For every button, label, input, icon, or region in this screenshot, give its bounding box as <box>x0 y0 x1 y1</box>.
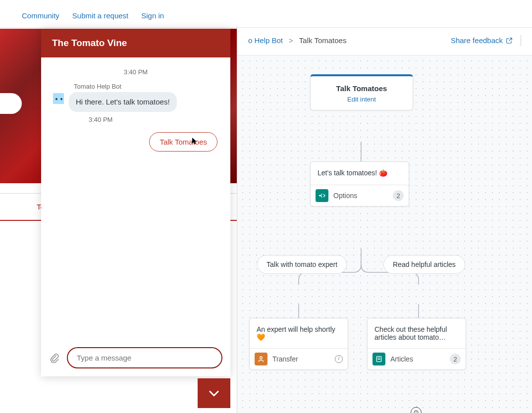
chat-sender-label: Tomato Help Bot <box>74 83 219 90</box>
info-icon[interactable] <box>335 355 343 363</box>
articles-count-badge: 2 <box>450 354 461 364</box>
chat-footer <box>41 341 230 376</box>
quick-reply-row: Talk Tomatoes <box>52 132 219 152</box>
breadcrumb-parent[interactable]: o Help Bot <box>248 36 283 45</box>
root-node[interactable]: Talk Tomatoes Edit intent <box>310 74 413 110</box>
end-node-icon[interactable] <box>411 407 422 413</box>
toolbar-divider <box>521 35 521 46</box>
option-pill-expert[interactable]: Talk with tomato expert <box>257 255 347 274</box>
transfer-node[interactable]: An expert will help shortly 🧡 Transfer <box>249 318 348 370</box>
top-nav: Community Submit a request Sign in <box>0 4 532 28</box>
transfer-icon <box>255 353 267 365</box>
articles-node-footer: Articles 2 <box>368 348 466 369</box>
hero-search-pill <box>0 93 22 114</box>
builder-actions: Share feedback <box>451 35 521 46</box>
articles-node[interactable]: Check out these helpful articles about t… <box>367 318 466 370</box>
edit-intent-link[interactable]: Edit intent <box>317 96 407 103</box>
root-node-title: Talk Tomatoes <box>317 84 407 93</box>
chat-message-row: Hi there. Let's talk tomatoes! <box>52 92 219 112</box>
breadcrumb: o Help Bot > Talk Tomatoes <box>248 36 346 45</box>
chat-header-title: The Tomato Vine <box>41 29 230 57</box>
quick-reply-button[interactable]: Talk Tomatoes <box>149 132 217 152</box>
chat-timestamp-small: 3:40 PM <box>89 116 219 123</box>
transfer-node-body: An expert will help shortly 🧡 <box>250 318 348 348</box>
attach-icon[interactable] <box>49 353 60 363</box>
options-icon <box>316 189 328 202</box>
transfer-node-footer: Transfer <box>250 348 348 369</box>
transfer-footer-label: Transfer <box>272 355 330 363</box>
chat-widget: The Tomato Vine 3:40 PM Tomato Help Bot … <box>41 29 230 376</box>
chevron-right-icon: > <box>289 36 293 45</box>
option-pill-articles[interactable]: Read helpful articles <box>383 255 465 274</box>
external-link-icon <box>506 37 513 44</box>
options-count-badge: 2 <box>393 190 404 201</box>
nav-signin[interactable]: Sign in <box>141 11 164 20</box>
chat-timestamp-center: 3:40 PM <box>52 68 219 76</box>
share-feedback-link[interactable]: Share feedback <box>451 36 513 45</box>
nav-community[interactable]: Community <box>22 11 59 20</box>
articles-icon <box>372 353 385 365</box>
cursor-icon <box>192 138 197 145</box>
options-node-body: Let's talk tomatoes! 🍅 <box>311 162 409 185</box>
svg-point-5 <box>260 357 263 359</box>
articles-footer-label: Articles <box>390 355 445 363</box>
flow-canvas[interactable]: Talk Tomatoes Edit intent Let's talk tom… <box>237 55 532 413</box>
bot-avatar-icon <box>52 92 65 105</box>
options-node[interactable]: Let's talk tomatoes! 🍅 Options 2 <box>310 161 409 206</box>
chat-bubble: Hi there. Let's talk tomatoes! <box>69 92 177 112</box>
options-footer-label: Options <box>333 192 388 200</box>
chat-input[interactable] <box>67 347 222 368</box>
nav-submit-request[interactable]: Submit a request <box>72 11 128 20</box>
articles-node-body: Check out these helpful articles about t… <box>368 318 466 348</box>
chat-toggle-button[interactable] <box>198 378 230 408</box>
share-feedback-label: Share feedback <box>451 36 503 45</box>
flow-builder: o Help Bot > Talk Tomatoes Share feedbac… <box>237 26 532 413</box>
options-node-footer: Options 2 <box>311 185 409 206</box>
chevron-down-icon <box>207 386 221 400</box>
chat-body: 3:40 PM Tomato Help Bot Hi there. Let's … <box>41 57 230 341</box>
breadcrumb-current: Talk Tomatoes <box>299 36 347 45</box>
quick-reply-label: Talk Tomatoes <box>160 138 207 146</box>
builder-toolbar: o Help Bot > Talk Tomatoes Share feedbac… <box>237 26 532 55</box>
